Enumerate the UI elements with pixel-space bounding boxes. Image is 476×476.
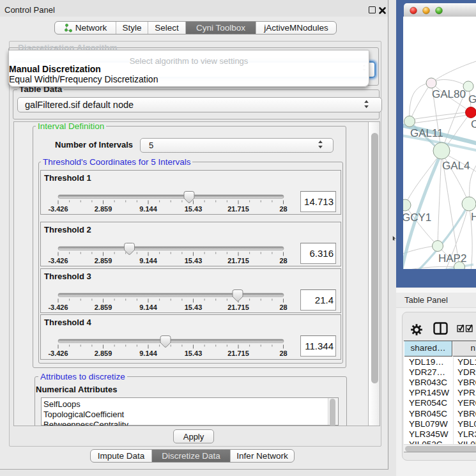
svg-text:15.43: 15.43 bbox=[185, 257, 203, 265]
svg-text:21.715: 21.715 bbox=[227, 257, 249, 265]
svg-text:GAL4: GAL4 bbox=[442, 160, 470, 172]
svg-text:2.859: 2.859 bbox=[95, 303, 112, 311]
svg-text:28: 28 bbox=[279, 349, 287, 357]
svg-text:9.144: 9.144 bbox=[139, 257, 157, 265]
svg-text:9.144: 9.144 bbox=[139, 303, 157, 311]
svg-text:2.859: 2.859 bbox=[95, 349, 112, 357]
svg-text:C: C bbox=[471, 118, 476, 130]
svg-text:21.715: 21.715 bbox=[227, 303, 249, 311]
svg-text:GAL80: GAL80 bbox=[432, 88, 466, 100]
svg-text:2.859: 2.859 bbox=[95, 257, 112, 265]
svg-text:21.715: 21.715 bbox=[227, 349, 249, 357]
svg-text:28: 28 bbox=[279, 257, 287, 265]
svg-text:-3.426: -3.426 bbox=[48, 205, 68, 213]
svg-text:H: H bbox=[471, 211, 476, 223]
svg-text:2.859: 2.859 bbox=[95, 205, 112, 213]
svg-text:15.43: 15.43 bbox=[185, 349, 203, 357]
svg-text:9.144: 9.144 bbox=[139, 205, 157, 213]
svg-text:-3.426: -3.426 bbox=[48, 257, 68, 265]
svg-text:G.: G. bbox=[468, 93, 476, 105]
svg-text:28: 28 bbox=[279, 303, 287, 311]
svg-text:-3.426: -3.426 bbox=[48, 349, 68, 357]
svg-text:GAL11: GAL11 bbox=[410, 127, 443, 139]
svg-text:21.715: 21.715 bbox=[227, 205, 249, 213]
svg-text:15.43: 15.43 bbox=[185, 303, 203, 311]
svg-text:-3.426: -3.426 bbox=[48, 303, 68, 311]
svg-text:15.43: 15.43 bbox=[185, 205, 203, 213]
svg-text:HAP2: HAP2 bbox=[438, 252, 466, 265]
svg-text:9.144: 9.144 bbox=[139, 349, 157, 357]
svg-text:GCY1: GCY1 bbox=[403, 211, 431, 224]
svg-text:28: 28 bbox=[279, 205, 287, 213]
